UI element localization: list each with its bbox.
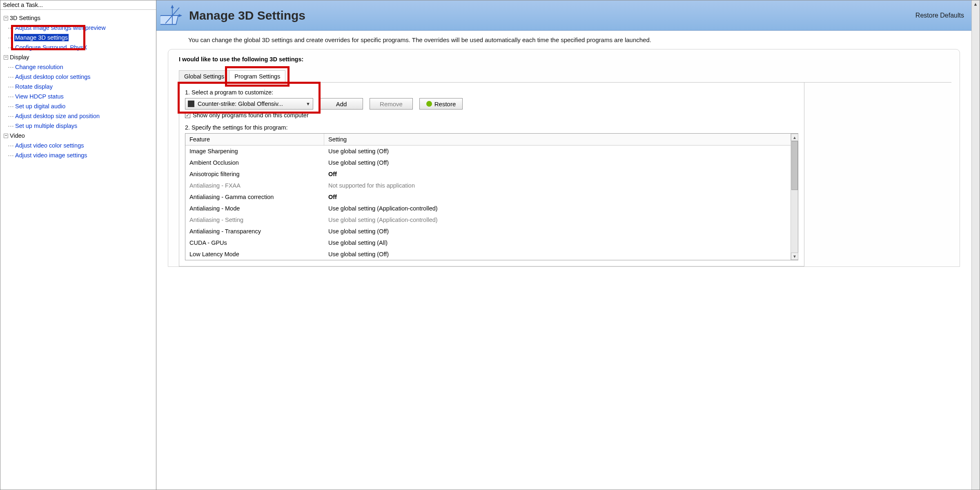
svg-rect-0 [160,16,178,25]
settings-table: Feature Setting Image SharpeningUse glob… [185,133,798,260]
setting-cell: Not supported for this application [324,181,791,190]
col-feature[interactable]: Feature [185,134,324,145]
feature-cell: Image Sharpening [185,147,324,155]
table-row[interactable]: Antialiasing - SettingUse global setting… [185,214,791,226]
tree-collapse-icon[interactable]: − [4,55,8,60]
remove-button[interactable]: Remove [370,98,413,110]
setting-cell: Use global setting (Application-controll… [324,216,791,224]
tree-branch-icon: ⋯ [8,25,13,31]
table-scrollbar[interactable]: ▲ ▼ [791,134,798,260]
tree-group-label[interactable]: 3D Settings [10,15,40,21]
page-banner: Manage 3D Settings Restore Defaults [156,0,971,31]
col-setting[interactable]: Setting [324,134,798,145]
step2-label: 2. Specify the settings for this program… [185,124,798,131]
content-scroll-up-icon[interactable]: ▲ [972,0,979,8]
panel-heading: I would like to use the following 3D set… [179,56,951,63]
tree-branch-icon: ⋯ [8,152,13,159]
show-only-checkbox[interactable] [185,113,190,118]
feature-cell: Antialiasing - FXAA [185,181,324,190]
tree-item[interactable]: Change resolution [14,63,64,71]
content-scrollbar[interactable]: ▲ [971,0,980,490]
tree-item[interactable]: Configure Surround, PhysX [14,44,88,51]
scroll-thumb[interactable] [791,141,798,190]
scroll-up-icon[interactable]: ▲ [791,134,798,141]
tree-branch-icon: ⋯ [8,44,13,51]
tree-header: Select a Task... [0,0,156,10]
add-button[interactable]: Add [320,98,363,110]
tree-item[interactable]: View HDCP status [14,93,65,100]
setting-cell: Off [324,170,791,178]
setting-cell: Use global setting (Application-controll… [324,204,791,213]
tree-branch-icon: ⋯ [8,74,13,80]
feature-cell: Antialiasing - Mode [185,204,324,213]
tree-item[interactable]: Adjust video image settings [14,152,88,159]
page-title: Manage 3D Settings [189,9,305,22]
tree-item[interactable]: Adjust desktop size and position [14,112,100,120]
feature-cell: Anisotropic filtering [185,170,324,178]
tree-item[interactable]: Set up multiple displays [14,122,78,130]
tree-branch-icon: ⋯ [8,103,13,110]
tree-branch-icon: ⋯ [8,123,13,129]
table-row[interactable]: Ambient OcclusionUse global setting (Off… [185,157,791,168]
tree-branch-icon: ⋯ [8,34,13,41]
table-row[interactable]: Antialiasing - ModeUse global setting (A… [185,203,791,214]
feature-cell: Antialiasing - Setting [185,216,324,224]
step1-label: 1. Select a program to customize: [185,89,798,96]
task-tree-sidebar: Select a Task... −3D Settings⋯Adjust ima… [0,0,156,490]
tree-item[interactable]: Adjust desktop color settings [14,73,91,81]
table-row[interactable]: Image SharpeningUse global setting (Off) [185,145,791,157]
table-row[interactable]: Low Latency ModeUse global setting (Off) [185,248,791,260]
tree-item[interactable]: Rotate display [14,83,53,90]
table-header: Feature Setting [185,134,798,145]
restore-button-label: Restore [434,101,456,107]
nvidia-3d-icon [160,4,184,27]
tab-program-settings[interactable]: Program Settings [229,70,285,83]
tabs: Global Settings Program Settings [179,70,951,83]
program-select-value: Counter-strike: Global Offensiv... [198,101,303,107]
feature-cell: CUDA - GPUs [185,239,324,247]
setting-cell: Use global setting (Off) [324,250,791,258]
table-row[interactable]: Antialiasing - Gamma correctionOff [185,191,791,203]
nvidia-logo-icon [426,101,432,107]
feature-cell: Antialiasing - Transparency [185,227,324,235]
restore-button[interactable]: Restore [419,98,463,110]
tree-branch-icon: ⋯ [8,83,13,90]
restore-defaults-link[interactable]: Restore Defaults [915,12,964,19]
tree-group-label[interactable]: Display [10,54,29,60]
feature-cell: Low Latency Mode [185,250,324,258]
setting-cell: Use global setting (All) [324,239,791,247]
scroll-down-icon[interactable]: ▼ [791,253,798,260]
tree-group-label[interactable]: Video [10,132,25,139]
show-only-label: Show only programs found on this compute… [193,112,309,119]
svg-marker-4 [171,4,174,8]
program-icon [188,101,194,107]
table-row[interactable]: Anisotropic filteringOff [185,168,791,180]
tree-item[interactable]: Adjust image settings with preview [14,24,107,31]
setting-cell: Use global setting (Off) [324,227,791,235]
tree-branch-icon: ⋯ [8,93,13,100]
table-row[interactable]: Antialiasing - FXAANot supported for thi… [185,180,791,191]
tree-branch-icon: ⋯ [8,142,13,149]
table-row[interactable]: CUDA - GPUsUse global setting (All) [185,237,791,248]
tree-branch-icon: ⋯ [8,113,13,119]
feature-cell: Antialiasing - Gamma correction [185,193,324,201]
table-row[interactable]: Antialiasing - TransparencyUse global se… [185,226,791,237]
svg-marker-5 [179,14,182,17]
tree-collapse-icon[interactable]: − [4,134,8,138]
setting-cell: Off [324,193,791,201]
setting-cell: Use global setting (Off) [324,147,791,155]
tree-item[interactable]: Manage 3D settings [14,34,69,41]
tree-branch-icon: ⋯ [8,64,13,70]
tree-item[interactable]: Adjust video color settings [14,142,85,149]
tree-collapse-icon[interactable]: − [4,16,8,20]
setting-cell: Use global setting (Off) [324,159,791,167]
tab-global-settings[interactable]: Global Settings [179,70,229,82]
program-select[interactable]: Counter-strike: Global Offensiv... ▼ [185,98,313,110]
feature-cell: Ambient Occlusion [185,159,324,167]
tree-item[interactable]: Set up digital audio [14,103,66,110]
page-description: You can change the global 3D settings an… [156,31,971,49]
chevron-down-icon: ▼ [306,101,310,106]
